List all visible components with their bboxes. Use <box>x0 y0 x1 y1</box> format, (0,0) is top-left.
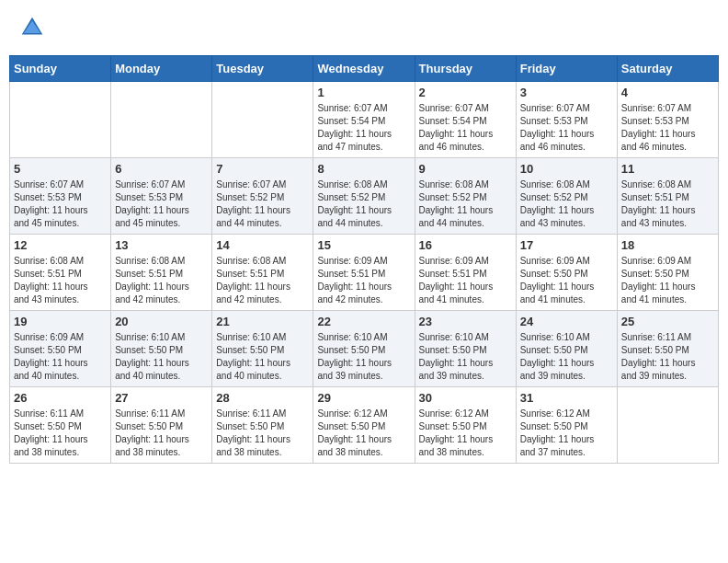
day-number: 14 <box>216 238 309 252</box>
calendar-cell: 5Sunrise: 6:07 AMSunset: 5:53 PMDaylight… <box>10 158 111 235</box>
logo <box>18 14 50 41</box>
column-header-sunday: Sunday <box>10 56 111 82</box>
day-number: 25 <box>621 315 714 328</box>
day-info: Sunrise: 6:12 AMSunset: 5:50 PMDaylight:… <box>317 408 410 459</box>
calendar-cell: 19Sunrise: 6:09 AMSunset: 5:50 PMDayligh… <box>10 311 111 387</box>
day-info: Sunrise: 6:11 AMSunset: 5:50 PMDaylight:… <box>14 408 107 459</box>
calendar-cell: 14Sunrise: 6:08 AMSunset: 5:51 PMDayligh… <box>212 235 313 311</box>
day-info: Sunrise: 6:07 AMSunset: 5:53 PMDaylight:… <box>14 178 107 230</box>
calendar-cell: 21Sunrise: 6:10 AMSunset: 5:50 PMDayligh… <box>212 311 313 387</box>
calendar-header-row: SundayMondayTuesdayWednesdayThursdayFrid… <box>10 56 719 82</box>
calendar-cell: 12Sunrise: 6:08 AMSunset: 5:51 PMDayligh… <box>10 235 111 311</box>
day-info: Sunrise: 6:07 AMSunset: 5:54 PMDaylight:… <box>419 102 512 154</box>
day-number: 29 <box>317 391 410 405</box>
day-info: Sunrise: 6:08 AMSunset: 5:51 PMDaylight:… <box>14 255 107 306</box>
calendar-week-2: 5Sunrise: 6:07 AMSunset: 5:53 PMDaylight… <box>10 158 719 235</box>
calendar-table: SundayMondayTuesdayWednesdayThursdayFrid… <box>9 55 719 464</box>
day-info: Sunrise: 6:09 AMSunset: 5:50 PMDaylight:… <box>14 331 107 383</box>
day-info: Sunrise: 6:07 AMSunset: 5:54 PMDaylight:… <box>317 102 410 154</box>
calendar-cell: 30Sunrise: 6:12 AMSunset: 5:50 PMDayligh… <box>415 387 516 464</box>
logo-icon <box>18 14 46 41</box>
day-info: Sunrise: 6:09 AMSunset: 5:51 PMDaylight:… <box>419 255 512 306</box>
day-number: 1 <box>317 86 410 99</box>
calendar-week-3: 12Sunrise: 6:08 AMSunset: 5:51 PMDayligh… <box>10 235 719 311</box>
calendar-cell <box>10 82 111 158</box>
day-number: 10 <box>520 162 613 176</box>
day-info: Sunrise: 6:09 AMSunset: 5:50 PMDaylight:… <box>621 255 714 306</box>
calendar-cell: 18Sunrise: 6:09 AMSunset: 5:50 PMDayligh… <box>617 235 718 311</box>
calendar-cell <box>617 387 718 464</box>
day-info: Sunrise: 6:08 AMSunset: 5:52 PMDaylight:… <box>419 178 512 230</box>
day-number: 23 <box>419 315 512 328</box>
day-number: 15 <box>317 238 410 252</box>
day-number: 17 <box>520 238 613 252</box>
day-number: 20 <box>115 315 208 328</box>
day-info: Sunrise: 6:12 AMSunset: 5:50 PMDaylight:… <box>419 408 512 459</box>
calendar-cell: 22Sunrise: 6:10 AMSunset: 5:50 PMDayligh… <box>313 311 415 387</box>
day-number: 6 <box>115 162 208 176</box>
day-info: Sunrise: 6:07 AMSunset: 5:53 PMDaylight:… <box>115 178 208 230</box>
day-number: 16 <box>419 238 512 252</box>
calendar-cell: 31Sunrise: 6:12 AMSunset: 5:50 PMDayligh… <box>516 387 617 464</box>
day-number: 21 <box>216 315 309 328</box>
day-number: 27 <box>115 391 208 405</box>
day-number: 11 <box>621 162 714 176</box>
day-number: 7 <box>216 162 309 176</box>
calendar-week-1: 1Sunrise: 6:07 AMSunset: 5:54 PMDaylight… <box>10 82 719 158</box>
calendar-cell: 23Sunrise: 6:10 AMSunset: 5:50 PMDayligh… <box>415 311 516 387</box>
day-info: Sunrise: 6:10 AMSunset: 5:50 PMDaylight:… <box>317 331 410 383</box>
day-info: Sunrise: 6:08 AMSunset: 5:52 PMDaylight:… <box>317 178 410 230</box>
calendar-cell: 15Sunrise: 6:09 AMSunset: 5:51 PMDayligh… <box>313 235 415 311</box>
calendar-cell: 27Sunrise: 6:11 AMSunset: 5:50 PMDayligh… <box>111 387 212 464</box>
calendar-cell: 7Sunrise: 6:07 AMSunset: 5:52 PMDaylight… <box>212 158 313 235</box>
day-number: 8 <box>317 162 410 176</box>
day-number: 9 <box>419 162 512 176</box>
calendar-cell: 1Sunrise: 6:07 AMSunset: 5:54 PMDaylight… <box>313 82 415 158</box>
column-header-wednesday: Wednesday <box>313 56 415 82</box>
day-number: 22 <box>317 315 410 328</box>
calendar-cell: 4Sunrise: 6:07 AMSunset: 5:53 PMDaylight… <box>617 82 718 158</box>
calendar-week-4: 19Sunrise: 6:09 AMSunset: 5:50 PMDayligh… <box>10 311 719 387</box>
calendar-cell: 3Sunrise: 6:07 AMSunset: 5:53 PMDaylight… <box>516 82 617 158</box>
day-number: 5 <box>14 162 107 176</box>
page-header <box>9 9 719 46</box>
calendar-cell: 10Sunrise: 6:08 AMSunset: 5:52 PMDayligh… <box>516 158 617 235</box>
calendar-cell: 20Sunrise: 6:10 AMSunset: 5:50 PMDayligh… <box>111 311 212 387</box>
day-number: 12 <box>14 238 107 252</box>
day-info: Sunrise: 6:11 AMSunset: 5:50 PMDaylight:… <box>621 331 714 383</box>
calendar-cell: 16Sunrise: 6:09 AMSunset: 5:51 PMDayligh… <box>415 235 516 311</box>
calendar-cell: 17Sunrise: 6:09 AMSunset: 5:50 PMDayligh… <box>516 235 617 311</box>
calendar-cell: 9Sunrise: 6:08 AMSunset: 5:52 PMDaylight… <box>415 158 516 235</box>
day-info: Sunrise: 6:09 AMSunset: 5:51 PMDaylight:… <box>317 255 410 306</box>
calendar-cell: 13Sunrise: 6:08 AMSunset: 5:51 PMDayligh… <box>111 235 212 311</box>
column-header-thursday: Thursday <box>415 56 516 82</box>
calendar-cell: 2Sunrise: 6:07 AMSunset: 5:54 PMDaylight… <box>415 82 516 158</box>
day-info: Sunrise: 6:08 AMSunset: 5:52 PMDaylight:… <box>520 178 613 230</box>
day-number: 18 <box>621 238 714 252</box>
day-number: 31 <box>520 391 613 405</box>
calendar-cell: 8Sunrise: 6:08 AMSunset: 5:52 PMDaylight… <box>313 158 415 235</box>
calendar-cell <box>212 82 313 158</box>
day-info: Sunrise: 6:07 AMSunset: 5:53 PMDaylight:… <box>520 102 613 154</box>
day-info: Sunrise: 6:10 AMSunset: 5:50 PMDaylight:… <box>419 331 512 383</box>
day-info: Sunrise: 6:09 AMSunset: 5:50 PMDaylight:… <box>520 255 613 306</box>
day-number: 30 <box>419 391 512 405</box>
day-info: Sunrise: 6:10 AMSunset: 5:50 PMDaylight:… <box>216 331 309 383</box>
day-number: 28 <box>216 391 309 405</box>
calendar-cell <box>111 82 212 158</box>
column-header-friday: Friday <box>516 56 617 82</box>
calendar-cell: 24Sunrise: 6:10 AMSunset: 5:50 PMDayligh… <box>516 311 617 387</box>
calendar-cell: 6Sunrise: 6:07 AMSunset: 5:53 PMDaylight… <box>111 158 212 235</box>
day-info: Sunrise: 6:08 AMSunset: 5:51 PMDaylight:… <box>115 255 208 306</box>
day-number: 4 <box>621 86 714 99</box>
calendar-cell: 25Sunrise: 6:11 AMSunset: 5:50 PMDayligh… <box>617 311 718 387</box>
calendar-cell: 26Sunrise: 6:11 AMSunset: 5:50 PMDayligh… <box>10 387 111 464</box>
calendar-cell: 28Sunrise: 6:11 AMSunset: 5:50 PMDayligh… <box>212 387 313 464</box>
day-info: Sunrise: 6:10 AMSunset: 5:50 PMDaylight:… <box>115 331 208 383</box>
day-info: Sunrise: 6:08 AMSunset: 5:51 PMDaylight:… <box>216 255 309 306</box>
day-info: Sunrise: 6:07 AMSunset: 5:53 PMDaylight:… <box>621 102 714 154</box>
day-info: Sunrise: 6:10 AMSunset: 5:50 PMDaylight:… <box>520 331 613 383</box>
day-info: Sunrise: 6:07 AMSunset: 5:52 PMDaylight:… <box>216 178 309 230</box>
day-info: Sunrise: 6:11 AMSunset: 5:50 PMDaylight:… <box>216 408 309 459</box>
column-header-saturday: Saturday <box>617 56 718 82</box>
